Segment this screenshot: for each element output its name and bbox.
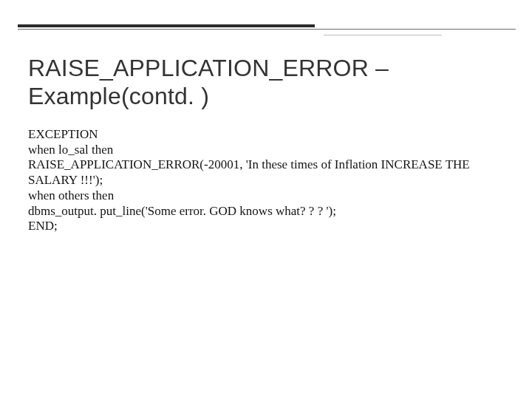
code-line: END;: [28, 219, 507, 234]
code-line: when lo_sal then: [28, 143, 507, 158]
header-rule-thin: [18, 29, 516, 30]
header-rule-tail: [324, 35, 442, 35]
slide-title: RAISE_APPLICATION_ERROR – Example(contd.…: [28, 55, 501, 111]
code-line: dbms_output. put_line('Some error. GOD k…: [28, 204, 507, 219]
code-line: EXCEPTION: [28, 127, 507, 143]
code-line: RAISE_APPLICATION_ERROR(-20001, 'In thes…: [28, 157, 507, 188]
slide: RAISE_APPLICATION_ERROR – Example(contd.…: [0, 0, 532, 399]
header-rule-thick: [18, 24, 315, 27]
slide-body: EXCEPTION when lo_sal then RAISE_APPLICA…: [28, 127, 507, 234]
code-line: when others then: [28, 188, 507, 204]
